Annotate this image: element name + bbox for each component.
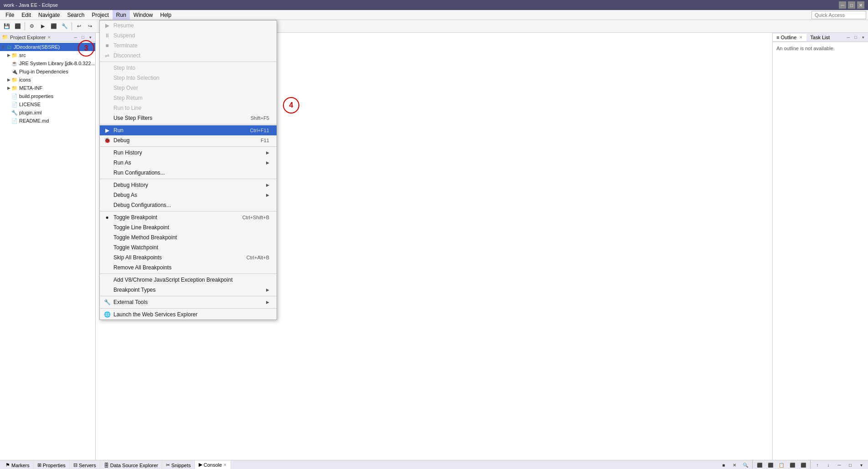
close-button[interactable]: ✕ [857, 1, 864, 9]
menu-item-run-history[interactable]: Run History [100, 148, 277, 158]
quick-access-input[interactable] [812, 11, 866, 19]
tree-item-jdeodorant[interactable]: ▼ 🗂 JDeodorant(SBSRE) [0, 43, 95, 51]
panel-view-menu-btn[interactable]: ▾ [87, 34, 93, 41]
toolbar-btn-5[interactable]: ⬛ [49, 21, 59, 31]
menu-item-resume[interactable]: ▶ Resume [100, 21, 277, 31]
sep-8 [100, 308, 277, 309]
tab-properties[interactable]: ⊞ Properties [34, 460, 70, 469]
console-btn-8[interactable]: ⬛ [798, 460, 808, 469]
menu-search[interactable]: Search [63, 10, 88, 20]
menu-navigate[interactable]: Navigate [35, 10, 63, 20]
menu-item-toggle-watchpoint[interactable]: Toggle Watchpoint [100, 242, 277, 253]
outline-content: An outline is not available. [773, 42, 868, 55]
debug-as-icon [103, 191, 111, 199]
console-btn-12[interactable]: □ [845, 460, 855, 469]
tab-console[interactable]: ▶ Console ✕ [195, 460, 231, 469]
tree-item-license[interactable]: 📄 LICENSE [0, 100, 95, 108]
menu-item-disconnect[interactable]: ⇌ Disconnect [100, 51, 277, 61]
console-btn-3[interactable]: 🔍 [740, 460, 750, 469]
toolbar-btn-6[interactable]: 🔧 [60, 21, 70, 31]
toolbar-btn-2[interactable]: ⬛ [13, 21, 23, 31]
menu-file[interactable]: File [2, 10, 18, 20]
toolbar-btn-8[interactable]: ↪ [85, 21, 95, 31]
tree-item-plugin-dep[interactable]: 🔌 Plug-in Dependencies [0, 67, 95, 76]
menu-item-skip-all-breakpoints[interactable]: Skip All Breakpoints Ctrl+Alt+B [100, 253, 277, 263]
menu-item-run-to-line[interactable]: Run to Line [100, 103, 277, 113]
menu-item-suspend[interactable]: ⏸ Suspend [100, 31, 277, 41]
tree-item-build-properties[interactable]: 📄 build.properties [0, 92, 95, 100]
tree-toggle-icons[interactable]: ▶ [6, 77, 11, 82]
menu-item-breakpoint-types[interactable]: Breakpoint Types [100, 285, 277, 295]
remove-all-breakpoints-label: Remove All Breakpoints [113, 264, 171, 271]
tab-servers-label: Servers [79, 463, 96, 468]
panel-minimize-btn[interactable]: ─ [72, 34, 79, 41]
menu-edit[interactable]: Edit [18, 10, 35, 20]
menu-help[interactable]: Help [157, 10, 175, 20]
right-panel-max-btn[interactable]: □ [853, 34, 859, 41]
menu-item-step-into-selection[interactable]: Step Into Selection [100, 73, 277, 83]
menu-item-debug[interactable]: 🐞 Debug F11 [100, 135, 277, 145]
console-btn-10[interactable]: ↓ [823, 460, 833, 469]
tree-item-jre[interactable]: ☕ JRE System Library [jdk-8.0.322... [0, 59, 95, 67]
tree-item-src[interactable]: ▶ 📁 src [0, 51, 95, 59]
debug-history-label: Debug History [113, 182, 148, 188]
console-btn-6[interactable]: 📋 [776, 460, 786, 469]
menu-item-launch-web-services[interactable]: 🌐 Launch the Web Services Explorer [100, 309, 277, 320]
minimize-button[interactable]: ─ [839, 1, 846, 9]
toolbar-btn-4[interactable]: ▶ [38, 21, 48, 31]
tab-markers[interactable]: ⚑ Markers [2, 460, 34, 469]
tab-data-source[interactable]: 🗄 Data Source Explorer [100, 460, 162, 469]
toolbar-btn-7[interactable]: ↩ [74, 21, 84, 31]
menu-window[interactable]: Window [130, 10, 157, 20]
menu-item-toggle-method-breakpoint[interactable]: Toggle Method Breakpoint [100, 232, 277, 242]
menu-item-terminate[interactable]: ■ Terminate [100, 41, 277, 51]
menu-item-run-configurations[interactable]: Run Configurations... [100, 168, 277, 178]
menu-item-step-over[interactable]: Step Over [100, 83, 277, 93]
menu-run[interactable]: Run [113, 10, 130, 20]
menu-item-debug-history[interactable]: Debug History [100, 180, 277, 190]
menu-project[interactable]: Project [88, 10, 112, 20]
console-btn-1[interactable]: ■ [719, 460, 729, 469]
menu-item-toggle-breakpoint[interactable]: ● Toggle Breakpoint Ctrl+Shift+B [100, 212, 277, 222]
menu-item-debug-as[interactable]: Debug As [100, 190, 277, 200]
tab-snippets[interactable]: ✂ Snippets [162, 460, 195, 469]
menu-item-step-into[interactable]: Step Into [100, 63, 277, 73]
menu-item-toggle-line-breakpoint[interactable]: Toggle Line Breakpoint [100, 222, 277, 232]
outline-tab-close[interactable]: ✕ [799, 35, 803, 40]
menu-item-run-as[interactable]: Run As [100, 158, 277, 168]
tree-item-readme[interactable]: 📄 README.md [0, 117, 95, 125]
menu-item-debug-configurations[interactable]: Debug Configurations... [100, 200, 277, 210]
maximize-button[interactable]: □ [848, 1, 855, 9]
menu-item-external-tools[interactable]: 🔧 External Tools [100, 297, 277, 307]
menu-item-use-step-filters[interactable]: Use Step Filters Shift+F5 [100, 113, 277, 123]
tree-toggle-meta-inf[interactable]: ▶ [6, 86, 11, 90]
tree-item-plugin-xml[interactable]: 🔧 plugin.xml [0, 108, 95, 117]
step-into-selection-label: Step Into Selection [113, 75, 159, 81]
tree-toggle-src[interactable]: ▶ [6, 53, 11, 57]
menu-item-run[interactable]: ▶ Run Ctrl+F11 [100, 125, 277, 135]
console-btn-2[interactable]: ✕ [729, 460, 740, 469]
tab-servers[interactable]: ⊟ Servers [70, 460, 100, 469]
tree-toggle-jdeodorant[interactable]: ▼ [1, 45, 5, 49]
tree-toggle-plugin-dep[interactable] [6, 69, 11, 74]
menu-item-add-v8[interactable]: Add V8/Chrome JavaScript Exception Break… [100, 275, 277, 285]
right-panel-min-btn[interactable]: ─ [845, 34, 852, 41]
console-btn-7[interactable]: ⬛ [787, 460, 797, 469]
console-btn-13[interactable]: ▾ [856, 460, 866, 469]
tree-item-icons[interactable]: ▶ 📁 icons [0, 76, 95, 84]
console-btn-5[interactable]: ⬛ [765, 460, 776, 469]
tree-item-meta-inf[interactable]: ▶ 📁 META-INF [0, 84, 95, 92]
console-btn-11[interactable]: ─ [834, 460, 844, 469]
panel-maximize-btn[interactable]: □ [80, 34, 86, 41]
tab-outline[interactable]: ≡ Outline ✕ [773, 34, 806, 41]
menu-item-remove-all-breakpoints[interactable]: Remove All Breakpoints [100, 263, 277, 273]
right-panel-menu-btn[interactable]: ▾ [860, 34, 866, 41]
tab-task-list[interactable]: Task List [806, 34, 833, 41]
menu-item-step-return[interactable]: Step Return [100, 93, 277, 103]
tree-toggle-jre[interactable] [6, 61, 11, 66]
console-btn-4[interactable]: ⬛ [755, 460, 765, 469]
toolbar-btn-1[interactable]: 💾 [2, 21, 12, 31]
console-btn-9[interactable]: ↑ [812, 460, 822, 469]
toolbar-btn-3[interactable]: ⚙ [27, 21, 37, 31]
console-tab-close[interactable]: ✕ [223, 463, 227, 467]
